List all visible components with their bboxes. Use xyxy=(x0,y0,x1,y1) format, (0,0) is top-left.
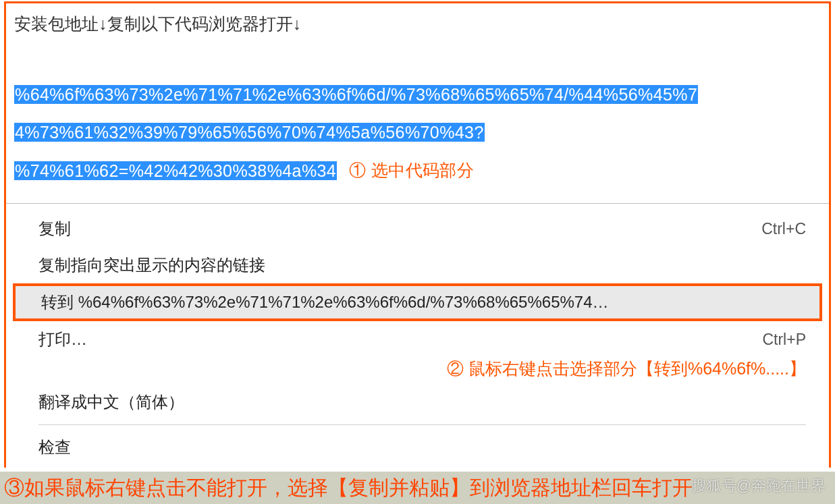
menu-copy-link[interactable]: 复制指向突出显示的内容的链接 xyxy=(6,247,829,283)
menu-inspect-label: 检查 xyxy=(38,437,71,458)
code-line-1: %64%6f%63%73%2e%71%71%2e%63%6f%6d/%73%68… xyxy=(14,85,698,104)
menu-copy-shortcut: Ctrl+C xyxy=(761,220,806,238)
menu-copy[interactable]: 复制 Ctrl+C xyxy=(6,211,829,247)
header-instruction: 安装包地址↓复制以下代码浏览器打开↓ xyxy=(14,13,822,35)
annotation-step1: ① 选中代码部分 xyxy=(349,151,474,189)
menu-translate[interactable]: 翻译成中文（简体） xyxy=(6,384,829,420)
menu-print[interactable]: 打印… Ctrl+P xyxy=(6,321,829,358)
menu-print-label: 打印… xyxy=(38,329,87,350)
menu-print-shortcut: Ctrl+P xyxy=(762,331,806,349)
code-line-3: %74%61%62=%42%42%30%38%4a%34 xyxy=(14,161,337,180)
watermark: 搜狐号@奔跑在世界 xyxy=(692,476,826,496)
encoded-url-block[interactable]: %64%6f%63%73%2e%71%71%2e%63%6f%6d/%73%68… xyxy=(14,76,822,190)
menu-separator xyxy=(38,424,806,425)
instruction-frame: 安装包地址↓复制以下代码浏览器打开↓ %64%6f%63%73%2e%71%71… xyxy=(4,1,831,468)
menu-goto-label: 转到 %64%6f%63%73%2e%71%71%2e%63%6f%6d/%73… xyxy=(41,291,609,313)
menu-copy-link-label: 复制指向突出显示的内容的链接 xyxy=(38,254,265,276)
menu-goto-highlighted[interactable]: 转到 %64%6f%63%73%2e%71%71%2e%63%6f%6d/%73… xyxy=(13,283,822,321)
text-area: 安装包地址↓复制以下代码浏览器打开↓ %64%6f%63%73%2e%71%71… xyxy=(6,3,829,203)
menu-inspect[interactable]: 检查 xyxy=(6,429,829,466)
context-menu: 复制 Ctrl+C 复制指向突出显示的内容的链接 转到 %64%6f%63%73… xyxy=(6,203,829,471)
menu-translate-label: 翻译成中文（简体） xyxy=(38,391,184,413)
code-line-2: 4%73%61%32%39%79%65%56%70%74%5a%56%70%43… xyxy=(14,123,485,142)
annotation-step2: ② 鼠标右键点击选择部分【转到%64%6f%.....】 xyxy=(6,358,829,384)
menu-copy-label: 复制 xyxy=(38,218,71,240)
